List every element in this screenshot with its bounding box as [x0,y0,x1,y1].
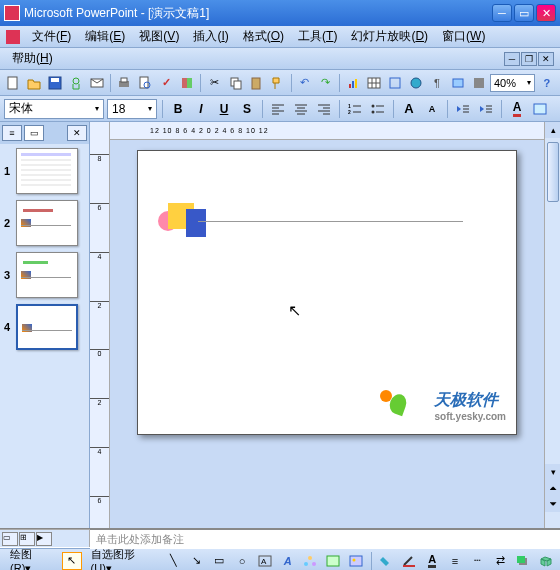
close-pane-button[interactable]: ✕ [67,125,87,141]
redo-button[interactable]: ↷ [316,73,335,93]
bold-button[interactable]: B [168,99,188,119]
thumbnail-1[interactable] [16,148,78,194]
scroll-up-button[interactable]: ▴ [545,122,560,138]
wordart-button[interactable]: A [278,552,298,570]
minimize-button[interactable]: ─ [492,4,512,22]
slide-canvas[interactable]: 天极软件 soft.yesky.com ↖ [137,150,517,435]
line-color-button[interactable] [400,552,420,570]
numbering-button[interactable]: 12 [345,99,365,119]
menu-tools[interactable]: 工具(T) [292,26,343,47]
decrease-indent-button[interactable] [453,99,473,119]
scrollbar-vertical[interactable]: ▴ ▾ ⏶ ⏷ [544,122,560,528]
clipart-button[interactable] [323,552,343,570]
menu-window[interactable]: 窗口(W) [436,26,491,47]
insert-table-button[interactable] [365,73,384,93]
arrow-style-button[interactable]: ⇄ [491,552,511,570]
paste-button[interactable] [247,73,266,93]
dash-style-button[interactable]: ┄ [468,552,488,570]
align-left-button[interactable] [268,99,288,119]
line-style-button[interactable]: ≡ [445,552,465,570]
doc-restore-button[interactable]: ❐ [521,52,537,66]
cut-button[interactable]: ✂ [205,73,224,93]
watermark-icon [380,390,406,416]
undo-button[interactable]: ↶ [296,73,315,93]
ruler-vertical: 86420246 [90,122,110,528]
font-combo[interactable]: 宋体▾ [4,99,104,119]
autoshapes-menu[interactable]: 自选图形(U)▾ [85,545,161,571]
open-button[interactable] [25,73,44,93]
doc-close-button[interactable]: ✕ [538,52,554,66]
shadow-style-button[interactable] [513,552,533,570]
email-button[interactable] [87,73,106,93]
new-button[interactable] [4,73,23,93]
svg-rect-10 [187,78,192,88]
menu-edit[interactable]: 编辑(E) [79,26,131,47]
rectangle-button[interactable]: ▭ [209,552,229,570]
show-grid-button[interactable] [448,73,467,93]
maximize-button[interactable]: ▭ [514,4,534,22]
select-objects-button[interactable]: ↖ [62,552,82,570]
italic-button[interactable]: I [191,99,211,119]
align-right-button[interactable] [314,99,334,119]
svg-rect-23 [453,79,463,87]
doc-minimize-button[interactable]: ─ [504,52,520,66]
3d-style-button[interactable] [536,552,556,570]
bullets-button[interactable] [368,99,388,119]
menu-file[interactable]: 文件(F) [26,26,77,47]
next-slide-button[interactable]: ⏷ [545,496,560,512]
arrow-button[interactable]: ↘ [187,552,207,570]
diagram-button[interactable] [301,552,321,570]
slides-tab[interactable]: ▭ [24,125,44,141]
slideshow-view-button[interactable]: ▶ [36,532,52,546]
shadow-button[interactable]: S [237,99,257,119]
oval-button[interactable]: ○ [232,552,252,570]
thumbnail-2[interactable] [16,200,78,246]
outline-tab[interactable]: ≡ [2,125,22,141]
menu-slideshow[interactable]: 幻灯片放映(D) [345,26,434,47]
textbox-button[interactable]: A [255,552,275,570]
copy-button[interactable] [226,73,245,93]
thumbnail-3[interactable] [16,252,78,298]
thumb-number: 1 [4,165,16,177]
fill-color-button[interactable] [377,552,397,570]
format-painter-button[interactable] [268,73,287,93]
menu-view[interactable]: 视图(V) [133,26,185,47]
design-button[interactable] [530,99,550,119]
research-button[interactable] [178,73,197,93]
font-color-button[interactable]: A [507,99,527,119]
align-center-button[interactable] [291,99,311,119]
menu-help[interactable]: 帮助(H) [6,48,59,69]
tables-borders-button[interactable] [386,73,405,93]
draw-menu[interactable]: 绘图(R)▾ [4,545,59,571]
help-button[interactable]: ? [537,73,556,93]
close-button[interactable]: ✕ [536,4,556,22]
menu-insert[interactable]: 插入(I) [187,26,234,47]
print-button[interactable] [115,73,134,93]
save-button[interactable] [46,73,65,93]
color-grayscale-button[interactable] [469,73,488,93]
svg-point-41 [372,104,375,107]
sorter-view-button[interactable]: ⊞ [19,532,35,546]
menu-format[interactable]: 格式(O) [237,26,290,47]
insert-chart-button[interactable] [344,73,363,93]
increase-indent-button[interactable] [476,99,496,119]
scroll-thumb[interactable] [547,142,559,202]
svg-rect-15 [352,81,354,88]
hyperlink-button[interactable] [407,73,426,93]
prev-slide-button[interactable]: ⏶ [545,480,560,496]
decrease-font-button[interactable]: A [422,99,442,119]
thumbnail-4[interactable] [16,304,78,350]
normal-view-button[interactable]: ▭ [2,532,18,546]
line-button[interactable]: ╲ [164,552,184,570]
increase-font-button[interactable]: A [399,99,419,119]
preview-button[interactable] [136,73,155,93]
permission-button[interactable] [66,73,85,93]
zoom-combo[interactable]: 40%▾ [490,74,535,92]
spelling-button[interactable]: ✓ [157,73,176,93]
fontsize-combo[interactable]: 18▾ [107,99,157,119]
expand-all-button[interactable]: ¶ [427,73,446,93]
scroll-down-button[interactable]: ▾ [545,464,560,480]
font-color-draw-button[interactable]: A [422,552,442,570]
underline-button[interactable]: U [214,99,234,119]
picture-button[interactable] [346,552,366,570]
